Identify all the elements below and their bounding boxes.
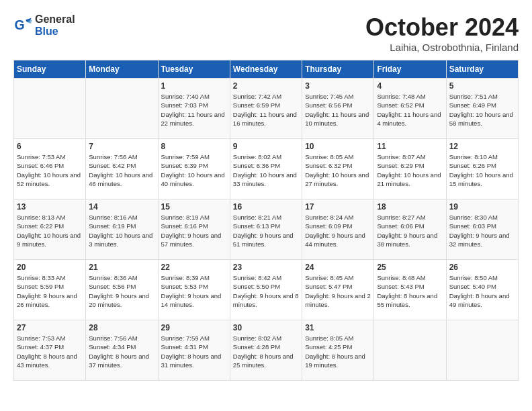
day-number: 18 (377, 202, 443, 212)
day-cell: 1Sunrise: 7:40 AMSunset: 7:03 PMDaylight… (158, 79, 230, 139)
week-row-2: 6Sunrise: 7:53 AMSunset: 6:46 PMDaylight… (14, 139, 519, 199)
day-cell: 11Sunrise: 8:07 AMSunset: 6:29 PMDayligh… (374, 139, 446, 199)
day-number: 1 (161, 81, 227, 91)
week-row-5: 27Sunrise: 7:53 AMSunset: 4:37 PMDayligh… (14, 320, 519, 381)
day-info: Sunrise: 7:56 AMSunset: 4:34 PMDaylight:… (89, 334, 154, 369)
day-header-sunday: Sunday (14, 60, 86, 79)
day-cell: 12Sunrise: 8:10 AMSunset: 6:26 PMDayligh… (446, 139, 518, 199)
day-number: 14 (89, 202, 154, 212)
day-info: Sunrise: 8:45 AMSunset: 5:47 PMDaylight:… (305, 273, 371, 309)
week-row-3: 13Sunrise: 8:13 AMSunset: 6:22 PMDayligh… (14, 199, 519, 260)
title-area: October 2024 Laihia, Ostrobothnia, Finla… (365, 13, 519, 53)
day-info: Sunrise: 8:02 AMSunset: 6:36 PMDaylight:… (233, 152, 299, 188)
day-cell: 31Sunrise: 8:05 AMSunset: 4:25 PMDayligh… (302, 320, 374, 381)
day-number: 5 (449, 81, 515, 91)
day-info: Sunrise: 8:02 AMSunset: 4:28 PMDaylight:… (233, 334, 299, 369)
day-cell (374, 320, 446, 381)
day-info: Sunrise: 8:07 AMSunset: 6:29 PMDaylight:… (377, 152, 443, 188)
week-row-4: 20Sunrise: 8:33 AMSunset: 5:59 PMDayligh… (14, 260, 519, 320)
day-number: 27 (17, 323, 83, 332)
day-cell (86, 79, 158, 139)
day-number: 23 (233, 263, 299, 272)
day-number: 8 (161, 142, 227, 151)
day-number: 4 (377, 81, 443, 91)
day-info: Sunrise: 8:33 AMSunset: 5:59 PMDaylight:… (17, 273, 83, 309)
day-cell: 20Sunrise: 8:33 AMSunset: 5:59 PMDayligh… (14, 260, 86, 320)
day-header-wednesday: Wednesday (230, 60, 302, 79)
day-number: 15 (161, 202, 227, 212)
day-info: Sunrise: 8:10 AMSunset: 6:26 PMDaylight:… (449, 152, 515, 188)
day-cell: 10Sunrise: 8:05 AMSunset: 6:32 PMDayligh… (302, 139, 374, 199)
calendar-table: SundayMondayTuesdayWednesdayThursdayFrid… (13, 60, 519, 381)
day-cell: 16Sunrise: 8:21 AMSunset: 6:13 PMDayligh… (230, 199, 302, 260)
day-info: Sunrise: 8:21 AMSunset: 6:13 PMDaylight:… (233, 213, 299, 248)
day-info: Sunrise: 8:27 AMSunset: 6:06 PMDaylight:… (377, 213, 443, 248)
day-number: 16 (233, 202, 299, 212)
day-number: 7 (89, 142, 154, 151)
day-number: 2 (233, 81, 299, 91)
day-cell: 13Sunrise: 8:13 AMSunset: 6:22 PMDayligh… (14, 199, 86, 260)
day-number: 10 (305, 142, 371, 151)
day-info: Sunrise: 8:39 AMSunset: 5:53 PMDaylight:… (161, 273, 227, 309)
week-row-1: 1Sunrise: 7:40 AMSunset: 7:03 PMDaylight… (14, 79, 519, 139)
day-info: Sunrise: 7:40 AMSunset: 7:03 PMDaylight:… (161, 92, 227, 128)
day-info: Sunrise: 8:19 AMSunset: 6:16 PMDaylight:… (161, 213, 227, 248)
day-cell: 24Sunrise: 8:45 AMSunset: 5:47 PMDayligh… (302, 260, 374, 320)
day-cell: 2Sunrise: 7:42 AMSunset: 6:59 PMDaylight… (230, 79, 302, 139)
day-info: Sunrise: 7:59 AMSunset: 4:31 PMDaylight:… (161, 334, 227, 369)
day-cell: 28Sunrise: 7:56 AMSunset: 4:34 PMDayligh… (86, 320, 158, 381)
day-cell (14, 79, 86, 139)
day-number: 30 (233, 323, 299, 332)
day-number: 28 (89, 323, 154, 332)
day-info: Sunrise: 7:42 AMSunset: 6:59 PMDaylight:… (233, 92, 299, 128)
day-number: 29 (161, 323, 227, 332)
day-number: 13 (17, 202, 83, 212)
logo: G General Blue (13, 13, 75, 38)
day-cell: 25Sunrise: 8:48 AMSunset: 5:43 PMDayligh… (374, 260, 446, 320)
header-row: SundayMondayTuesdayWednesdayThursdayFrid… (14, 60, 519, 79)
day-info: Sunrise: 8:42 AMSunset: 5:50 PMDaylight:… (233, 273, 299, 309)
day-number: 6 (17, 142, 83, 151)
day-info: Sunrise: 8:16 AMSunset: 6:19 PMDaylight:… (89, 213, 154, 248)
day-number: 11 (377, 142, 443, 151)
day-cell: 27Sunrise: 7:53 AMSunset: 4:37 PMDayligh… (14, 320, 86, 381)
day-cell: 6Sunrise: 7:53 AMSunset: 6:46 PMDaylight… (14, 139, 86, 199)
day-info: Sunrise: 7:53 AMSunset: 6:46 PMDaylight:… (17, 152, 83, 188)
day-cell: 4Sunrise: 7:48 AMSunset: 6:52 PMDaylight… (374, 79, 446, 139)
day-info: Sunrise: 8:13 AMSunset: 6:22 PMDaylight:… (17, 213, 83, 248)
day-cell: 23Sunrise: 8:42 AMSunset: 5:50 PMDayligh… (230, 260, 302, 320)
location-title: Laihia, Ostrobothnia, Finland (365, 42, 519, 53)
month-title: October 2024 (365, 13, 519, 42)
day-header-friday: Friday (374, 60, 446, 79)
day-cell: 15Sunrise: 8:19 AMSunset: 6:16 PMDayligh… (158, 199, 230, 260)
day-number: 21 (89, 263, 154, 272)
svg-text:G: G (14, 17, 24, 32)
day-info: Sunrise: 7:51 AMSunset: 6:49 PMDaylight:… (449, 92, 515, 128)
header: G General Blue October 2024 Laihia, Ostr… (13, 13, 519, 53)
day-number: 19 (449, 202, 515, 212)
day-number: 25 (377, 263, 443, 272)
day-cell: 19Sunrise: 8:30 AMSunset: 6:03 PMDayligh… (446, 199, 518, 260)
day-cell: 3Sunrise: 7:45 AMSunset: 6:56 PMDaylight… (302, 79, 374, 139)
day-cell (446, 320, 518, 381)
day-number: 9 (233, 142, 299, 151)
day-header-saturday: Saturday (446, 60, 518, 79)
day-info: Sunrise: 8:05 AMSunset: 6:32 PMDaylight:… (305, 152, 371, 188)
day-info: Sunrise: 7:59 AMSunset: 6:39 PMDaylight:… (161, 152, 227, 188)
day-number: 20 (17, 263, 83, 272)
day-cell: 9Sunrise: 8:02 AMSunset: 6:36 PMDaylight… (230, 139, 302, 199)
day-info: Sunrise: 8:48 AMSunset: 5:43 PMDaylight:… (377, 273, 443, 309)
day-number: 31 (305, 323, 371, 332)
day-number: 22 (161, 263, 227, 272)
day-cell: 8Sunrise: 7:59 AMSunset: 6:39 PMDaylight… (158, 139, 230, 199)
day-number: 17 (305, 202, 371, 212)
day-cell: 29Sunrise: 7:59 AMSunset: 4:31 PMDayligh… (158, 320, 230, 381)
day-info: Sunrise: 7:45 AMSunset: 6:56 PMDaylight:… (305, 92, 371, 128)
day-number: 3 (305, 81, 371, 91)
day-cell: 18Sunrise: 8:27 AMSunset: 6:06 PMDayligh… (374, 199, 446, 260)
day-info: Sunrise: 7:56 AMSunset: 6:42 PMDaylight:… (89, 152, 154, 188)
logo-icon: G (13, 16, 32, 35)
day-cell: 17Sunrise: 8:24 AMSunset: 6:09 PMDayligh… (302, 199, 374, 260)
day-number: 26 (449, 263, 515, 272)
day-info: Sunrise: 7:48 AMSunset: 6:52 PMDaylight:… (377, 92, 443, 128)
